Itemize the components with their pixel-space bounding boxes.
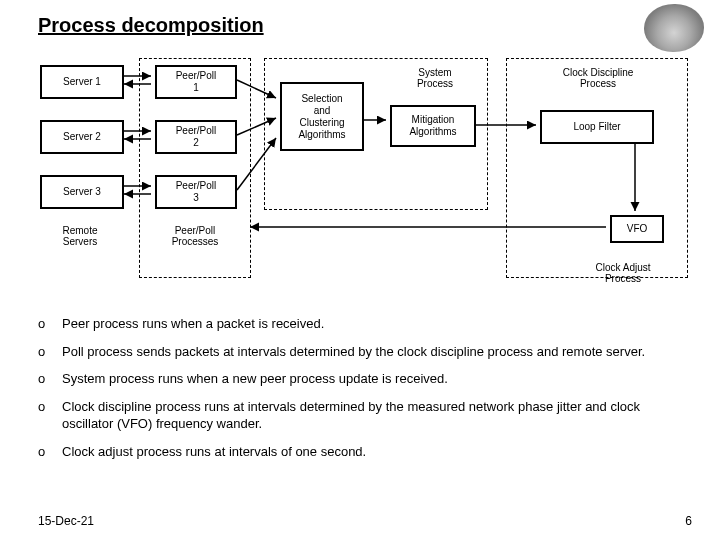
bullet-text: Peer process runs when a packet is recei…: [62, 315, 324, 333]
bullet-text: Poll process sends packets at intervals …: [62, 343, 645, 361]
footer-date: 15-Dec-21: [38, 514, 94, 528]
bullet-marker: o: [38, 343, 62, 361]
bullet-marker: o: [38, 443, 62, 461]
bullet-marker: o: [38, 398, 62, 433]
svg-line-7: [237, 118, 276, 135]
bullet-text: Clock adjust process runs at intervals o…: [62, 443, 366, 461]
svg-line-6: [237, 80, 276, 98]
svg-line-8: [237, 138, 276, 190]
bullet-marker: o: [38, 315, 62, 333]
bullet-text: Clock discipline process runs at interva…: [62, 398, 690, 433]
page-number: 6: [685, 514, 692, 528]
bullet-marker: o: [38, 370, 62, 388]
bullet-text: System process runs when a new peer proc…: [62, 370, 448, 388]
slide: Process decomposition Server 1 Server 2 …: [0, 0, 720, 540]
bullet-list: oPeer process runs when a packet is rece…: [38, 315, 690, 470]
